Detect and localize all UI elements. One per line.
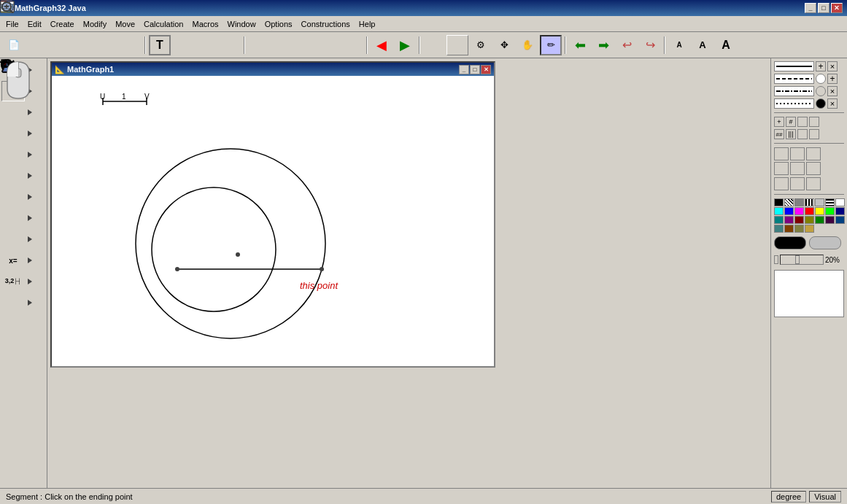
- maximize-button[interactable]: □: [818, 3, 829, 13]
- color-red[interactable]: [805, 207, 814, 215]
- fwd-button[interactable]: ➡: [592, 35, 614, 55]
- transform-8[interactable]: [790, 177, 805, 190]
- table2-button[interactable]: [271, 35, 293, 55]
- polygon-expand[interactable]: [25, 166, 35, 186]
- menu-move[interactable]: Move: [111, 18, 139, 30]
- graph-minimize[interactable]: _: [459, 65, 469, 74]
- color-stripe[interactable]: [805, 198, 814, 206]
- open-button[interactable]: [50, 35, 71, 55]
- dot-style-filled[interactable]: [816, 74, 826, 84]
- line-style-solid[interactable]: [774, 61, 814, 71]
- point2-expand[interactable]: [25, 102, 35, 123]
- transform-7[interactable]: [774, 177, 789, 190]
- zoom-in-button[interactable]: [423, 35, 445, 55]
- line-style-dashed[interactable]: [774, 74, 814, 84]
- menu-file[interactable]: File: [1, 18, 23, 30]
- back-button[interactable]: ⬅: [569, 35, 591, 55]
- polygon-tool[interactable]: [1, 166, 25, 186]
- status-degree[interactable]: degree: [771, 491, 806, 503]
- menu-macros[interactable]: Macros: [187, 18, 223, 30]
- color-hatch1[interactable]: [784, 198, 794, 206]
- color-darkblue[interactable]: [835, 216, 845, 224]
- curve-expand[interactable]: [25, 208, 35, 228]
- segment-tool[interactable]: [1, 123, 25, 144]
- shape-tool2[interactable]: [1, 292, 25, 313]
- hash-2[interactable]: #: [786, 117, 796, 127]
- color-brown[interactable]: [784, 225, 794, 233]
- coord-tool[interactable]: 3,2├┤: [1, 271, 25, 292]
- coord-expand[interactable]: [25, 271, 35, 292]
- shape-button[interactable]: [318, 35, 340, 55]
- grid-button[interactable]: [26, 35, 48, 55]
- color-blue[interactable]: [784, 207, 794, 215]
- transform-4[interactable]: [774, 162, 789, 175]
- dot-filled-black[interactable]: [816, 98, 826, 109]
- hash-3[interactable]: ##: [774, 129, 784, 139]
- color-black[interactable]: [774, 198, 784, 206]
- transform-1[interactable]: [774, 147, 789, 160]
- hash-1[interactable]: +: [774, 117, 784, 127]
- color-lime[interactable]: [825, 207, 835, 215]
- hash-4[interactable]: |||: [786, 129, 796, 139]
- dot-remove-button[interactable]: ×: [827, 86, 838, 96]
- text-button[interactable]: T: [149, 35, 171, 55]
- graph-drawing-area[interactable]: U 1 V this point: [52, 76, 494, 366]
- menu-window[interactable]: Window: [223, 18, 260, 30]
- print-button[interactable]: [96, 35, 118, 55]
- shape-expand2[interactable]: [25, 292, 35, 313]
- color-darkteal[interactable]: [774, 225, 784, 233]
- menu-edit[interactable]: Edit: [23, 18, 46, 30]
- opacity-slider[interactable]: [780, 255, 824, 265]
- menu-create[interactable]: Create: [46, 18, 79, 30]
- color-cyan[interactable]: [774, 207, 784, 215]
- color-navy[interactable]: [835, 207, 845, 215]
- colors-button[interactable]: [196, 35, 217, 55]
- arrow-right-1[interactable]: [797, 117, 808, 127]
- status-visual[interactable]: Visual: [809, 491, 841, 503]
- color-green[interactable]: [815, 216, 824, 224]
- menu-constructions[interactable]: Constructions: [297, 18, 355, 30]
- arrow-right-button[interactable]: ▶: [394, 35, 416, 55]
- line-remove-button[interactable]: ×: [827, 61, 838, 71]
- color-purple[interactable]: [784, 216, 794, 224]
- graph-close[interactable]: ✕: [481, 65, 491, 74]
- transform-9[interactable]: [806, 177, 821, 190]
- pick-color-button[interactable]: [219, 35, 241, 55]
- transform-2[interactable]: [790, 147, 805, 160]
- color-maroon[interactable]: [794, 216, 804, 224]
- menu-modify[interactable]: Modify: [79, 18, 111, 30]
- fill-gray-button[interactable]: [809, 236, 841, 249]
- zoom-out-button[interactable]: [446, 35, 468, 55]
- double-arrow-right[interactable]: [809, 129, 819, 139]
- point2-tool[interactable]: [1, 102, 25, 123]
- color-olive[interactable]: [805, 216, 814, 224]
- font-medium-button[interactable]: A: [692, 35, 713, 55]
- table-button[interactable]: [248, 35, 270, 55]
- color-hstripe[interactable]: [825, 198, 835, 206]
- circle-tool[interactable]: [1, 144, 25, 165]
- color-magenta[interactable]: [794, 207, 804, 215]
- graph-maximize[interactable]: □: [470, 65, 480, 74]
- arrow-right-2[interactable]: [809, 117, 819, 127]
- fill-black-button[interactable]: [774, 236, 806, 249]
- font-small-button[interactable]: A: [668, 35, 690, 55]
- color-teal[interactable]: [774, 216, 784, 224]
- color-gray[interactable]: [794, 198, 804, 206]
- pencil-button[interactable]: ✏: [540, 35, 562, 55]
- close-button[interactable]: ✕: [831, 3, 843, 13]
- arrow-left-button[interactable]: ◀: [371, 35, 392, 55]
- formula-expand[interactable]: [25, 250, 35, 271]
- file-undo-button[interactable]: [120, 35, 142, 55]
- segment-expand[interactable]: [25, 123, 35, 144]
- line-style-dotted[interactable]: [774, 98, 814, 109]
- menu-calculation[interactable]: Calculation: [139, 18, 187, 30]
- canvas-area[interactable]: 📐 MathGraph1 _ □ ✕ U 1 V: [47, 58, 770, 504]
- color-silver[interactable]: [815, 198, 824, 206]
- circle-expand[interactable]: [25, 144, 35, 165]
- formula-tool[interactable]: x=: [1, 250, 25, 271]
- new-button[interactable]: 📄: [3, 35, 25, 55]
- move-all-button[interactable]: ✥: [493, 35, 515, 55]
- cube-button[interactable]: [295, 35, 317, 55]
- minimize-button[interactable]: _: [805, 3, 816, 13]
- undo-button[interactable]: ↩: [616, 35, 638, 55]
